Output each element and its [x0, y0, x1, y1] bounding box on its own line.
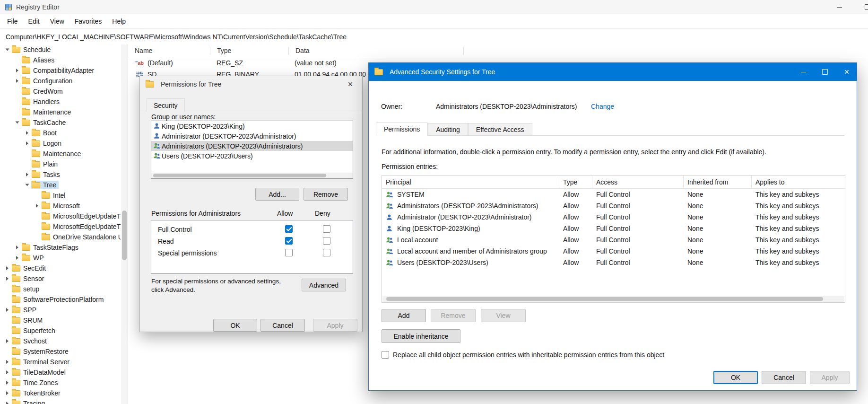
menu-item-favorites[interactable]: Favorites: [69, 14, 107, 28]
chevron-right-icon[interactable]: [14, 67, 20, 74]
minimize-button[interactable]: [828, 0, 850, 14]
allow-checkbox-full-control[interactable]: [285, 225, 293, 233]
permission-entry-king-desktop-2023-king[interactable]: King (DESKTOP-2023\King)AllowFull Contro…: [382, 223, 845, 234]
chevron-right-icon[interactable]: [14, 255, 20, 261]
allow-checkbox-read[interactable]: [285, 237, 293, 245]
tree-item-credwom[interactable]: CredWom: [0, 86, 121, 97]
chevron-right-icon[interactable]: [24, 140, 30, 147]
tree-item-compatibilityadapter[interactable]: CompatibilityAdapter: [0, 65, 121, 76]
remove-user-button[interactable]: Remove: [304, 188, 348, 201]
chevron-right-icon[interactable]: [4, 379, 10, 386]
chevron-down-icon[interactable]: [4, 46, 10, 53]
tab-permissions[interactable]: Permissions: [376, 123, 428, 136]
tree-item-microsoftedgeupdatet[interactable]: MicrosoftEdgeUpdateT: [0, 221, 121, 232]
change-owner-link[interactable]: Change: [591, 103, 614, 110]
ok-button[interactable]: OK: [213, 319, 257, 332]
tree-item-svchost[interactable]: Svchost: [0, 336, 121, 346]
tree-item-tokenbroker[interactable]: TokenBroker: [0, 388, 121, 398]
tree-item-taskcache[interactable]: TaskCache: [0, 117, 121, 128]
view-entry-button[interactable]: View: [481, 309, 526, 322]
tree-item-terminal-server[interactable]: Terminal Server: [0, 357, 121, 367]
tree-item-tiledatamodel[interactable]: TileDataModel: [0, 367, 121, 378]
column-header-type[interactable]: Type: [210, 47, 289, 55]
chevron-right-icon[interactable]: [4, 338, 10, 344]
tree-item-tracing[interactable]: Tracing: [0, 398, 121, 404]
permission-entry-local-account[interactable]: Local accountAllowFull ControlNoneThis k…: [382, 234, 845, 246]
user-item-users-desktop-2023-users[interactable]: Users (DESKTOP-2023\Users): [151, 151, 353, 161]
permission-entry-users-desktop-2023-users[interactable]: Users (DESKTOP-2023\Users)AllowFull Cont…: [382, 257, 845, 268]
maximize-button[interactable]: [814, 63, 836, 81]
chevron-right-icon[interactable]: [4, 400, 10, 404]
allow-checkbox-special-permissions[interactable]: [285, 249, 293, 256]
deny-checkbox-full-control[interactable]: [323, 225, 330, 233]
chevron-right-icon[interactable]: [34, 202, 40, 209]
tree-item-logon[interactable]: Logon: [0, 138, 121, 149]
add-user-button[interactable]: Add...: [255, 188, 299, 201]
tree-item-secedit[interactable]: SecEdit: [0, 263, 121, 273]
user-list-hscrollbar[interactable]: [151, 173, 353, 178]
tree-item-srum[interactable]: SRUM: [0, 315, 121, 325]
apply-button[interactable]: Apply: [810, 371, 850, 384]
permission-entry-administrators-desktop-2023-administrators[interactable]: Administrators (DESKTOP-2023\Administrat…: [382, 200, 845, 211]
user-item-administrator-desktop-2023-administrator[interactable]: Administrator (DESKTOP-2023\Administrato…: [151, 131, 353, 141]
close-icon[interactable]: ×: [340, 76, 360, 92]
apply-button[interactable]: Apply: [313, 319, 357, 332]
entries-column-principal[interactable]: Principal: [382, 176, 559, 188]
user-list-hscrollbar-thumb[interactable]: [153, 174, 326, 177]
tree-item-intel[interactable]: Intel: [0, 190, 121, 201]
tree-item-tree[interactable]: Tree: [0, 180, 121, 190]
advanced-button[interactable]: Advanced: [302, 279, 346, 291]
column-header-data[interactable]: Data: [289, 47, 464, 55]
entries-hscrollbar-thumb[interactable]: [386, 297, 823, 301]
ok-button[interactable]: OK: [713, 371, 758, 384]
tree-item-setup[interactable]: setup: [0, 284, 121, 294]
tree-item-time-zones[interactable]: Time Zones: [0, 378, 121, 388]
chevron-right-icon[interactable]: [24, 130, 30, 136]
entries-hscrollbar[interactable]: [382, 296, 844, 302]
deny-checkbox-special-permissions[interactable]: [323, 249, 330, 256]
tab-auditing[interactable]: Auditing: [428, 123, 468, 135]
tree-item-superfetch[interactable]: Superfetch: [0, 325, 121, 336]
tree-item-schedule[interactable]: Schedule: [0, 44, 121, 55]
chevron-right-icon[interactable]: [14, 244, 20, 251]
chevron-right-icon[interactable]: [14, 78, 20, 84]
tree-item-plain[interactable]: Plain: [0, 159, 121, 169]
column-header-name[interactable]: Name: [128, 47, 210, 55]
menu-item-edit[interactable]: Edit: [23, 14, 45, 28]
permission-entry-system[interactable]: SYSTEMAllowFull ControlNoneThis key and …: [382, 189, 845, 200]
chevron-right-icon[interactable]: [24, 171, 30, 178]
permission-entry-administrator-desktop-2023-administrator[interactable]: Administrator (DESKTOP-2023\Administrato…: [382, 211, 845, 223]
tab-effective-access[interactable]: Effective Access: [468, 123, 532, 135]
tree-item-spp[interactable]: SPP: [0, 305, 121, 315]
tree-item-taskstateflags[interactable]: TaskStateFlags: [0, 242, 121, 253]
chevron-right-icon[interactable]: [4, 390, 10, 396]
entries-column-type[interactable]: Type: [559, 176, 592, 188]
tree-item-handlers[interactable]: Handlers: [0, 97, 121, 107]
tree-item-systemrestore[interactable]: SystemRestore: [0, 346, 121, 357]
add-entry-button[interactable]: Add: [382, 309, 426, 322]
tree-item-tasks[interactable]: Tasks: [0, 169, 121, 180]
entries-column-inherited-from[interactable]: Inherited from: [684, 176, 752, 188]
address-bar[interactable]: Computer\HKEY_LOCAL_MACHINE\SOFTWARE\Mic…: [0, 28, 868, 45]
chevron-down-icon[interactable]: [24, 182, 30, 188]
tree-item-boot[interactable]: Boot: [0, 128, 121, 138]
tree-item-onedrive-standalone-u[interactable]: OneDrive Standalone U: [0, 232, 121, 242]
tab-security[interactable]: Security: [147, 98, 185, 112]
tree-scrollbar[interactable]: [121, 44, 128, 404]
tree-item-aliases[interactable]: Aliases: [0, 55, 121, 65]
menu-item-view[interactable]: View: [45, 14, 69, 28]
chevron-right-icon[interactable]: [4, 359, 10, 365]
menu-item-file[interactable]: File: [2, 14, 23, 28]
entries-column-access[interactable]: Access: [592, 176, 684, 188]
entries-column-applies-to[interactable]: Applies to: [752, 176, 845, 188]
tree-item-configuration[interactable]: Configuration: [0, 76, 121, 86]
tree-item-microsoftedgeupdatet[interactable]: MicrosoftEdgeUpdateT: [0, 211, 121, 221]
tree-item-maintenance[interactable]: Maintenance: [0, 149, 121, 159]
tree-scrollbar-thumb[interactable]: [122, 211, 127, 260]
user-item-administrators-desktop-2023-administrators[interactable]: Administrators (DESKTOP-2023\Administrat…: [151, 141, 353, 151]
chevron-right-icon[interactable]: [4, 369, 10, 376]
cancel-button[interactable]: Cancel: [762, 371, 806, 384]
minimize-button[interactable]: [792, 63, 814, 81]
chevron-right-icon[interactable]: [4, 275, 10, 282]
chevron-down-icon[interactable]: [14, 119, 20, 126]
